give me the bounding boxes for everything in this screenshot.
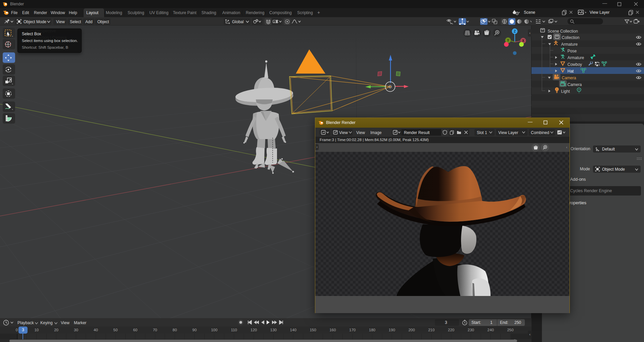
svg-text:Y: Y (507, 39, 509, 42)
svg-text:Z: Z (514, 30, 516, 33)
svg-text:X: X (522, 39, 524, 43)
